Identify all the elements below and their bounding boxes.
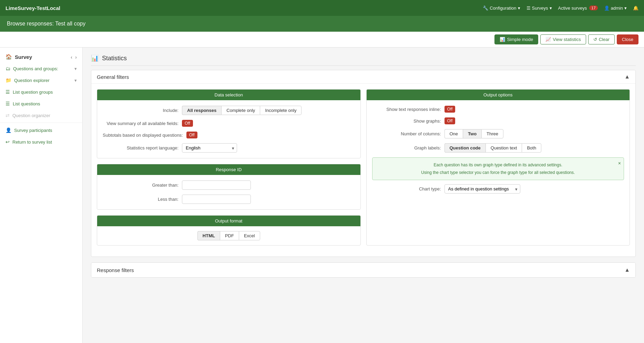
both-button[interactable]: Both xyxy=(522,143,541,153)
incomplete-only-button[interactable]: Incomplete only xyxy=(260,106,301,115)
layers-icon: 🗂 xyxy=(6,66,10,71)
show-text-inline-row: Show text responses inline: Off xyxy=(372,106,624,113)
all-responses-button[interactable]: All responses xyxy=(182,106,221,115)
simple-mode-button[interactable]: 📊 Simple mode xyxy=(494,34,538,44)
main-layout: 🏠 Survey ‹ › 🗂 Questions and groups: ▾ 📁… xyxy=(0,48,644,343)
sidebar-item-question-explorer[interactable]: 📁 Question explorer ▾ xyxy=(0,74,82,86)
response-id-card: Response ID Greater than: Less than: xyxy=(97,164,361,210)
explorer-icon: 📁 xyxy=(6,77,11,83)
view-summary-toggle[interactable]: Off xyxy=(182,120,193,127)
response-id-header: Response ID xyxy=(97,164,360,175)
language-label: Statistics report language: xyxy=(103,145,178,150)
chevron-right-icon[interactable]: › xyxy=(75,54,77,60)
organizer-icon: ⇄ xyxy=(6,113,10,118)
page-title: Browse responses: Test all copy xyxy=(7,21,85,27)
show-graphs-row: Show graphs: Off xyxy=(372,117,624,124)
html-button[interactable]: HTML xyxy=(197,231,220,240)
wrench-icon: 🔧 xyxy=(483,6,488,11)
page-header: Browse responses: Test all copy xyxy=(0,16,644,32)
user-icon: 👤 xyxy=(604,6,610,11)
graph-labels-label: Graph labels: xyxy=(372,145,441,150)
question-text-button[interactable]: Question text xyxy=(485,143,522,153)
output-options-card: Output options Show text responses inlin… xyxy=(366,89,630,246)
nav-active-surveys[interactable]: Active surveys 17 xyxy=(558,6,598,11)
col-two-button[interactable]: Two xyxy=(463,129,481,138)
data-selection-body: Include: All responses Complete only Inc… xyxy=(97,100,360,158)
nav-bell[interactable]: 🔔 xyxy=(633,6,638,11)
return-icon: ↩ xyxy=(6,139,10,145)
num-columns-btn-group: One Two Three xyxy=(444,129,504,138)
sidebar-item-survey-participants[interactable]: 👤 Survey participants xyxy=(0,124,82,136)
col-one-button[interactable]: One xyxy=(444,129,463,138)
language-select[interactable]: English French German Spanish xyxy=(182,143,237,153)
less-than-input[interactable] xyxy=(182,195,251,204)
language-row: Statistics report language: English Fren… xyxy=(103,143,355,153)
less-than-row: Less than: xyxy=(103,195,355,204)
view-statistics-button[interactable]: 📈 View statistics xyxy=(540,34,586,44)
view-summary-row: View summary of all available fields: Of… xyxy=(103,120,355,127)
response-filters-title-bar: Response filters ▲ xyxy=(91,263,635,277)
num-columns-label: Number of columns: xyxy=(372,131,441,136)
clear-button[interactable]: ↺ Clear xyxy=(588,34,615,44)
greater-than-label: Greater than: xyxy=(103,183,178,188)
general-filters-title: General filters xyxy=(97,74,129,80)
nav-admin[interactable]: 👤 admin ▾ xyxy=(604,6,627,11)
chevron-down-icon: ▾ xyxy=(74,66,77,71)
list-icon: ☰ xyxy=(6,89,10,95)
navbar-right: 🔧 Configuration ▾ ☰ Surveys ▾ Active sur… xyxy=(483,6,638,11)
excel-button[interactable]: Excel xyxy=(239,231,260,240)
bar-chart-icon: 📊 xyxy=(91,54,99,62)
chart-icon: 📊 xyxy=(500,37,505,42)
chevron-left-icon[interactable]: ‹ xyxy=(71,54,72,60)
general-filters-body: Data selection Include: All responses Co… xyxy=(91,84,635,257)
subtotals-toggle[interactable]: Off xyxy=(186,132,197,138)
sidebar-survey-label: Survey xyxy=(15,54,32,60)
show-text-inline-toggle[interactable]: Off xyxy=(444,106,456,113)
chevron-down-icon: ▾ xyxy=(518,6,520,11)
general-filters-title-bar: General filters ▲ xyxy=(91,70,635,84)
info-text-line2: Using the chart type selector you can fo… xyxy=(377,169,619,176)
nav-surveys[interactable]: ☰ Surveys ▾ xyxy=(527,6,552,11)
close-info-button[interactable]: × xyxy=(618,160,621,167)
response-filters-title: Response filters xyxy=(97,267,134,273)
sidebar-item-list-questions[interactable]: ☰ List questions xyxy=(0,98,82,110)
less-than-label: Less than: xyxy=(103,197,178,202)
greater-than-input[interactable] xyxy=(182,180,251,190)
graph-labels-row: Graph labels: Question code Question tex… xyxy=(372,143,624,153)
pdf-button[interactable]: PDF xyxy=(220,231,239,240)
output-format-card: Output format HTML PDF Excel xyxy=(97,215,361,246)
show-text-inline-label: Show text responses inline: xyxy=(372,107,441,112)
col-three-button[interactable]: Three xyxy=(481,129,503,138)
chart-type-select-wrapper: As defined in question settings Bar char… xyxy=(444,184,520,194)
question-code-button[interactable]: Question code xyxy=(444,143,485,153)
view-summary-label: View summary of all available fields: xyxy=(103,121,178,126)
chevron-down-icon: ▾ xyxy=(624,6,627,11)
list2-icon: ☰ xyxy=(6,101,10,106)
show-graphs-label: Show graphs: xyxy=(372,118,441,124)
graph-labels-btn-group: Question code Question text Both xyxy=(444,143,542,153)
output-format-header: Output format xyxy=(97,216,360,226)
language-select-wrapper: English French German Spanish xyxy=(182,143,237,153)
app-brand: LimeSurvey-TestLocal xyxy=(6,5,60,11)
sidebar-item-questions-groups[interactable]: 🗂 Questions and groups: ▾ xyxy=(0,63,82,74)
response-id-body: Greater than: Less than: xyxy=(97,175,360,209)
response-filters-collapse-button[interactable]: ▲ xyxy=(624,267,630,273)
output-format-body: HTML PDF Excel xyxy=(97,226,360,245)
close-button[interactable]: Close xyxy=(617,34,638,44)
chevron-down-icon: ▾ xyxy=(550,6,552,11)
sidebar-item-return-to-survey-list[interactable]: ↩ Return to survey list xyxy=(0,136,82,148)
navbar: LimeSurvey-TestLocal 🔧 Configuration ▾ ☰… xyxy=(0,0,644,16)
general-filters-section: General filters ▲ Data selection Include… xyxy=(91,70,636,257)
main-content: 📊 Statistics General filters ▲ Data sele… xyxy=(83,48,644,343)
home-icon: 🏠 xyxy=(6,54,12,60)
show-graphs-toggle[interactable]: Off xyxy=(444,117,456,124)
subtotals-row: Subtotals based on displayed questions: … xyxy=(103,132,355,138)
sidebar-item-list-question-groups[interactable]: ☰ List question groups xyxy=(0,86,82,98)
chart-type-row: Chart type: As defined in question setti… xyxy=(372,184,624,194)
chart-type-select[interactable]: As defined in question settings Bar char… xyxy=(444,184,520,194)
info-text-line1: Each question has its own graph type def… xyxy=(377,162,619,168)
general-filters-collapse-button[interactable]: ▲ xyxy=(624,74,630,80)
nav-configuration[interactable]: 🔧 Configuration ▾ xyxy=(483,6,520,11)
complete-only-button[interactable]: Complete only xyxy=(221,106,260,115)
output-format-btn-group: HTML PDF Excel xyxy=(197,231,260,240)
